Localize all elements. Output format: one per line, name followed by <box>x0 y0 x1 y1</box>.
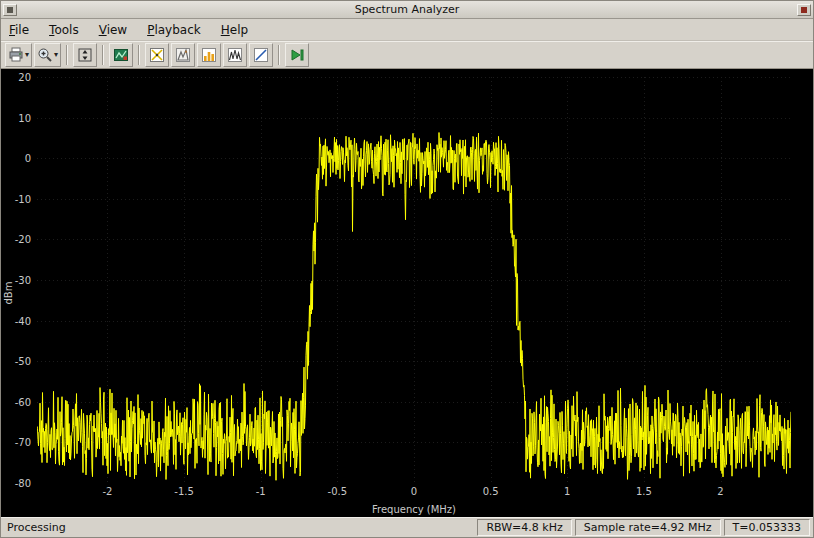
rbw-readout: RBW=4.8 kHz <box>477 519 571 536</box>
channel-measurements-icon <box>201 47 217 63</box>
menu-playback[interactable]: Playback <box>145 21 203 39</box>
spectrum-trace-canvas[interactable] <box>37 77 791 483</box>
y-tick-label: -20 <box>3 234 31 245</box>
spectrum-analyzer-window: Spectrum Analyzer FileToolsViewPlaybackH… <box>0 0 814 538</box>
window-menu-button[interactable] <box>3 4 17 16</box>
title-bar[interactable]: Spectrum Analyzer <box>1 1 813 19</box>
step-forward-icon <box>289 47 305 63</box>
print-button[interactable]: ▾ <box>5 43 32 67</box>
cursor-measurements-icon <box>149 47 165 63</box>
time-readout: T=0.053333 <box>724 519 810 536</box>
window-menu-icon <box>7 7 13 13</box>
x-tick-label: -1.5 <box>174 486 194 497</box>
status-text: Processing <box>4 521 474 534</box>
fit-to-view-button[interactable] <box>73 43 97 67</box>
menu-tools[interactable]: Tools <box>47 21 81 39</box>
spectrum-settings-icon <box>113 47 129 63</box>
plot-axes[interactable] <box>37 77 791 483</box>
y-tick-label: 20 <box>3 72 31 83</box>
printer-icon <box>8 47 24 63</box>
close-icon <box>801 7 807 13</box>
toolbar-separator <box>138 45 140 65</box>
spectrum-settings-button[interactable] <box>109 43 133 67</box>
menu-bar: FileToolsViewPlaybackHelp <box>1 19 813 41</box>
menu-file[interactable]: File <box>7 21 31 39</box>
y-tick-labels: 20100-10-20-30-40-50-60-70-80 <box>1 77 34 483</box>
dropdown-arrow-icon: ▾ <box>54 51 58 59</box>
y-tick-label: -30 <box>3 275 31 286</box>
x-tick-label: 0.5 <box>483 486 499 497</box>
y-tick-label: 0 <box>3 153 31 164</box>
peak-finder-icon <box>175 47 191 63</box>
y-tick-label: 10 <box>3 112 31 123</box>
plot-panel: dBm 20100-10-20-30-40-50-60-70-80 -2-1.5… <box>1 69 813 517</box>
spectral-mask-button[interactable] <box>249 43 273 67</box>
y-tick-label: -10 <box>3 193 31 204</box>
x-tick-label: 1 <box>564 486 570 497</box>
x-tick-labels: -2-1.5-1-0.500.511.52 <box>37 486 791 499</box>
window-title: Spectrum Analyzer <box>1 3 813 16</box>
toolbar-separator <box>278 45 280 65</box>
status-bar: Processing RBW=4.8 kHz Sample rate=4.92 … <box>1 517 813 537</box>
channel-measurements-button[interactable] <box>197 43 221 67</box>
zoom-in-button[interactable]: ▾ <box>34 43 61 67</box>
cursor-measurements-button[interactable] <box>145 43 169 67</box>
y-tick-label: -60 <box>3 396 31 407</box>
toolbar-separator <box>66 45 68 65</box>
toolbar-separator <box>102 45 104 65</box>
x-tick-label: 1.5 <box>636 486 652 497</box>
x-tick-label: -2 <box>102 486 112 497</box>
close-button[interactable] <box>797 4 811 16</box>
fit-to-view-icon <box>77 47 93 63</box>
sample-rate-readout: Sample rate=4.92 MHz <box>575 519 721 536</box>
y-tick-label: -70 <box>3 437 31 448</box>
distortion-measurements-icon <box>227 47 243 63</box>
distortion-measurements-button[interactable] <box>223 43 247 67</box>
y-tick-label: -40 <box>3 315 31 326</box>
y-tick-label: -80 <box>3 478 31 489</box>
peak-finder-button[interactable] <box>171 43 195 67</box>
toolbar: ▾ ▾ <box>1 41 813 69</box>
x-axis-label: Frequency (MHz) <box>37 504 791 515</box>
x-tick-label: 2 <box>717 486 723 497</box>
x-tick-label: -0.5 <box>328 486 348 497</box>
step-forward-button[interactable] <box>285 43 309 67</box>
x-tick-label: 0 <box>411 486 417 497</box>
menu-help[interactable]: Help <box>219 21 250 39</box>
x-tick-label: -1 <box>256 486 266 497</box>
menu-view[interactable]: View <box>97 21 129 39</box>
spectral-mask-icon <box>253 47 269 63</box>
y-tick-label: -50 <box>3 356 31 367</box>
zoom-in-icon <box>37 47 53 63</box>
dropdown-arrow-icon: ▾ <box>25 51 29 59</box>
